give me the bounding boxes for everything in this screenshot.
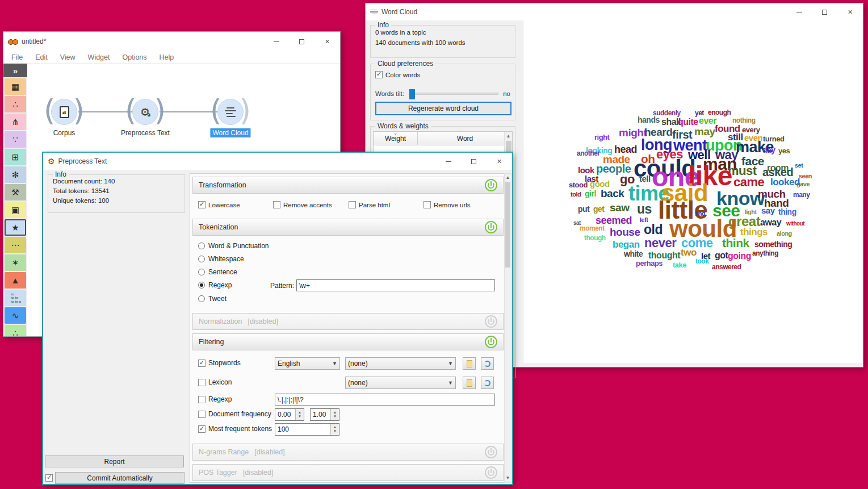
cloud-word[interactable]: house <box>610 227 640 237</box>
reload-button[interactable] <box>481 377 494 389</box>
cloud-word[interactable]: enough <box>708 109 731 116</box>
link-preprocess-wordcloud[interactable] <box>160 111 217 112</box>
scroll-up-icon[interactable]: ▲ <box>506 132 511 140</box>
node-label-word-cloud[interactable]: Word Cloud <box>210 128 250 137</box>
cloud-word[interactable]: never <box>644 237 676 249</box>
cloud-word[interactable]: stood <box>569 181 588 189</box>
color-words-checkbox-row[interactable]: Color words <box>375 71 420 78</box>
cloud-word[interactable]: away <box>760 218 781 227</box>
power-toggle-icon[interactable] <box>485 336 497 348</box>
slider-handle[interactable] <box>409 89 415 99</box>
scroll-down-icon[interactable]: ▼ <box>505 474 511 482</box>
cloud-word[interactable]: saw <box>610 202 629 213</box>
filter-regexp-checkbox[interactable] <box>198 396 206 403</box>
minimize-button[interactable] <box>263 32 289 51</box>
lexicon-row-label[interactable]: Lexicon <box>198 378 232 386</box>
scroll-up-icon[interactable]: ▲ <box>505 174 511 182</box>
cloud-word[interactable]: looked <box>770 177 800 187</box>
cloud-word[interactable]: going <box>728 252 751 261</box>
color-words-checkbox[interactable] <box>375 71 383 78</box>
column-header-word[interactable]: Word <box>418 132 512 145</box>
cloud-word[interactable]: look <box>578 166 594 174</box>
cloud-word[interactable]: set <box>795 162 803 169</box>
cloud-word[interactable]: another <box>577 150 600 157</box>
checkbox-remove-urls-box[interactable] <box>423 201 431 208</box>
cloud-word[interactable]: perhaps <box>636 260 662 267</box>
cloud-word[interactable]: though <box>584 235 606 241</box>
category-evaluate[interactable]: ∵ <box>5 131 26 148</box>
maximize-button[interactable] <box>289 32 315 51</box>
cloud-word[interactable]: ever <box>699 116 716 126</box>
cloud-word[interactable]: without <box>786 221 804 227</box>
cloud-word[interactable]: put <box>578 205 589 213</box>
close-button[interactable]: × <box>487 153 512 170</box>
radio-whitespace[interactable]: Whitespace <box>198 255 244 263</box>
cloud-word[interactable]: seen <box>799 173 812 179</box>
radio-sentence-control[interactable] <box>198 269 205 275</box>
category-text-annotation[interactable]: to to be to be a <box>5 290 26 306</box>
cloud-word[interactable]: thing <box>778 208 796 216</box>
cloud-word[interactable]: asked <box>762 166 793 178</box>
node-word-cloud[interactable]: ( ) <box>217 99 244 125</box>
cloud-word[interactable]: along <box>777 231 792 237</box>
cloud-word[interactable]: take <box>673 261 686 269</box>
minimize-button[interactable] <box>435 153 461 170</box>
cloud-word[interactable]: anything <box>752 250 778 257</box>
close-button[interactable]: × <box>315 32 340 51</box>
orange-titlebar[interactable]: untitled* × <box>3 32 340 51</box>
reload-button[interactable] <box>481 357 494 370</box>
cloud-word[interactable]: get <box>593 205 605 213</box>
scroll-thumb[interactable] <box>505 182 510 268</box>
power-toggle-icon[interactable] <box>485 446 497 458</box>
cloud-word[interactable]: good <box>590 179 610 188</box>
most-frequent-tokens-row-label[interactable]: Most frequent tokens <box>198 425 272 433</box>
menu-options[interactable]: Options <box>122 53 146 61</box>
category-associate[interactable]: ⋯ <box>5 237 26 253</box>
cloud-word[interactable]: us <box>637 203 652 216</box>
minimize-button[interactable] <box>786 3 812 20</box>
category-image-analytics[interactable]: ▣ <box>5 202 26 218</box>
category-unsupervised[interactable]: ⊞ <box>5 149 26 165</box>
node-corpus[interactable]: ( ) a <box>51 99 77 125</box>
radio-tweet[interactable]: Tweet <box>198 295 227 303</box>
cloud-word[interactable]: answered <box>712 264 741 270</box>
checkbox-parse-html-box[interactable] <box>349 201 356 208</box>
cloud-word[interactable]: think <box>722 237 749 249</box>
cloud-word[interactable]: back <box>601 188 624 199</box>
lexicon-checkbox[interactable] <box>198 379 206 386</box>
doc-frequency-max-spinner[interactable]: 1.00▲▼ <box>310 408 339 421</box>
doc-frequency-min-spinner[interactable]: 0.00▲▼ <box>275 408 304 421</box>
filter-regexp-input[interactable]: \.|,|:|;|!|\? <box>275 394 495 406</box>
checkbox-lowercase[interactable]: Lowercase <box>198 201 240 208</box>
checkbox-remove-urls[interactable]: Remove urls <box>423 201 471 208</box>
menu-edit[interactable]: Edit <box>35 53 48 61</box>
regenerate-word-cloud-button[interactable]: Regenerate word cloud <box>375 102 511 115</box>
cloud-word[interactable]: day <box>762 146 775 154</box>
cloud-word[interactable]: two <box>681 248 697 257</box>
radio-regexp-control[interactable] <box>198 282 205 289</box>
radio-word-punctuation[interactable]: Word & Punctuation <box>198 242 269 250</box>
cloud-word[interactable]: white <box>624 250 643 258</box>
radio-word-punctuation-control[interactable] <box>198 243 205 249</box>
cloud-word[interactable]: yes <box>778 147 790 154</box>
category-model[interactable]: ⋔ <box>5 114 26 130</box>
cloud-word[interactable]: came <box>733 176 764 189</box>
cloud-word[interactable]: girl <box>585 190 596 198</box>
preprocess-titlebar[interactable]: ⚙ Preprocess Text × <box>43 153 512 170</box>
close-button[interactable]: × <box>837 3 863 20</box>
cloud-word[interactable]: moment <box>580 225 605 232</box>
category-spectroscopy[interactable]: ∴ <box>5 325 26 336</box>
cloud-word[interactable]: gave <box>796 181 810 187</box>
most-frequent-tokens-spinner[interactable]: 100▲▼ <box>275 423 339 436</box>
category-text-mining[interactable]: ★ <box>5 219 26 236</box>
stopwords-row-label[interactable]: Stopwords <box>198 359 241 367</box>
checkbox-parse-html[interactable]: Parse html <box>349 201 390 208</box>
checkbox-lowercase-box[interactable] <box>198 201 206 208</box>
power-toggle-icon[interactable] <box>485 221 497 233</box>
power-toggle-icon[interactable] <box>485 179 497 191</box>
cloud-word[interactable]: may <box>694 126 715 137</box>
column-header-weight[interactable]: ⌄ Weight <box>374 132 418 145</box>
stopwords-checkbox[interactable] <box>198 360 206 367</box>
word-cloud-canvas[interactable]: suddenlyyetenoughhandsshallquiteevernoth… <box>523 20 862 363</box>
cloud-word[interactable]: took <box>695 258 708 265</box>
